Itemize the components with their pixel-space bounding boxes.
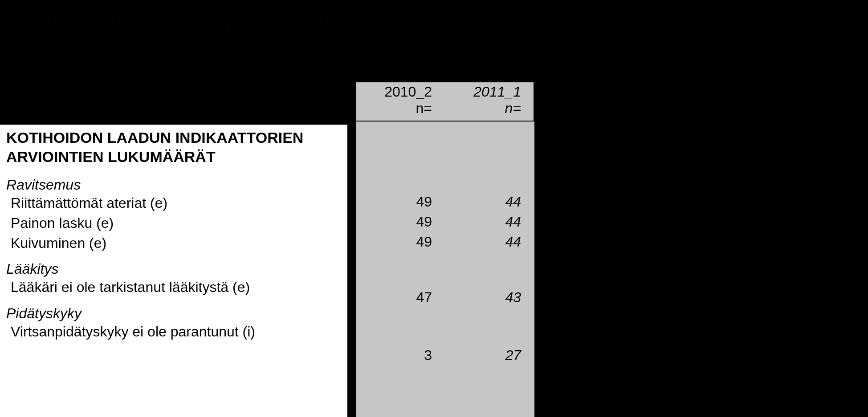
table-row: 49 44 148 128 xyxy=(356,214,868,234)
section-title: KOTIHOIDON LAADUN INDIKAATTORIEN ARVIOIN… xyxy=(6,128,341,166)
cell: 49 xyxy=(356,194,445,210)
row-label: Kuivuminen (e) xyxy=(6,233,341,253)
column-group-region-l2: 1 kk (max 6) xyxy=(557,61,824,77)
cell: 49 xyxy=(356,234,445,250)
table-row: 47 43 146 126 xyxy=(356,289,868,309)
group-continence: Pidätyskyky xyxy=(6,305,341,322)
indicator-label-panel: KOTIHOIDON LAADUN INDIKAATTORIEN ARVIOIN… xyxy=(0,125,347,417)
col-period: 2011_1 xyxy=(445,84,521,100)
cell: 43 xyxy=(445,289,534,306)
cell: 47 xyxy=(356,289,445,306)
cell: 3 xyxy=(356,347,445,364)
row-label: Lääkäri ei ole tarkistanut lääkitystä (e… xyxy=(6,277,341,297)
page-title: Kotihoidon palauteraportti/Palautetietok… xyxy=(8,8,459,32)
section-title-l2: ARVIOINTIEN LUKUMÄÄRÄT xyxy=(6,148,216,165)
cell: 128 xyxy=(730,194,819,210)
column-group-unit-l2: 1 kk xyxy=(356,61,534,77)
section-title-l1: KOTIHOIDON LAADUN INDIKAATTORIEN xyxy=(6,129,303,146)
col-neq: n= xyxy=(579,100,655,117)
group-nutrition: Ravitsemus xyxy=(6,177,341,193)
cell: 44 xyxy=(445,214,534,230)
meta-municipality-code: Kuntakoodi: 1234 xyxy=(8,62,127,79)
data-area: 49 44 148 128 49 44 148 128 49 44 148 12… xyxy=(356,125,868,417)
column-group-region: Aluekeskiarvo 1 kk (max 6) xyxy=(557,45,824,77)
table-row: 49 44 148 128 xyxy=(356,234,868,254)
column-group-unit-l1: Yksikkö xyxy=(356,45,534,61)
row-label: Riittämättömät ateriat (e) xyxy=(6,193,341,213)
cell: 108 xyxy=(730,347,819,364)
cell: 128 xyxy=(730,214,819,230)
col-period: 2010_2 xyxy=(579,84,655,100)
row-label: Virtsanpidätyskyky ei ole parantunut (i) xyxy=(6,322,341,342)
cell: 47 xyxy=(579,347,668,364)
meta-region-code: Aluekoodi: 456 xyxy=(8,45,110,61)
group-medication: Lääkitys xyxy=(6,261,341,277)
cell: 44 xyxy=(445,194,534,210)
cell: 27 xyxy=(445,347,534,364)
row-label: Painon lasku (e) xyxy=(6,213,341,233)
cell: 44 xyxy=(445,234,534,250)
cell: 148 xyxy=(579,214,668,230)
cell: 128 xyxy=(730,234,819,250)
column-group-region-l1: Aluekeskiarvo xyxy=(557,45,824,61)
col-period: 2011_1 xyxy=(730,84,806,100)
cell: 148 xyxy=(579,234,668,250)
column-group-unit: Yksikkö 1 kk xyxy=(356,45,534,77)
col-2011-1-unit: 2011_1 n= xyxy=(445,84,534,117)
col-2010-2-unit: 2010_2 n= xyxy=(356,84,445,117)
report-page: Kotihoidon palauteraportti/Palautetietok… xyxy=(0,0,868,417)
cell: 146 xyxy=(579,289,668,306)
table-row: 49 44 148 128 xyxy=(356,194,868,214)
n-label: n=arviointien lkm xyxy=(178,96,347,112)
col-neq: n= xyxy=(445,100,521,117)
col-2010-2-region: 2010_2 n= xyxy=(579,84,668,117)
col-2011-1-region: 2011_1 n= xyxy=(730,84,819,117)
table-row: 3 27 47 108 xyxy=(356,347,868,367)
col-period: 2010_2 xyxy=(356,84,432,100)
col-neq: n= xyxy=(356,100,432,117)
cell: 148 xyxy=(579,194,668,210)
cell: 49 xyxy=(356,214,445,230)
col-neq: n= xyxy=(730,100,806,117)
cell: 126 xyxy=(730,289,819,306)
